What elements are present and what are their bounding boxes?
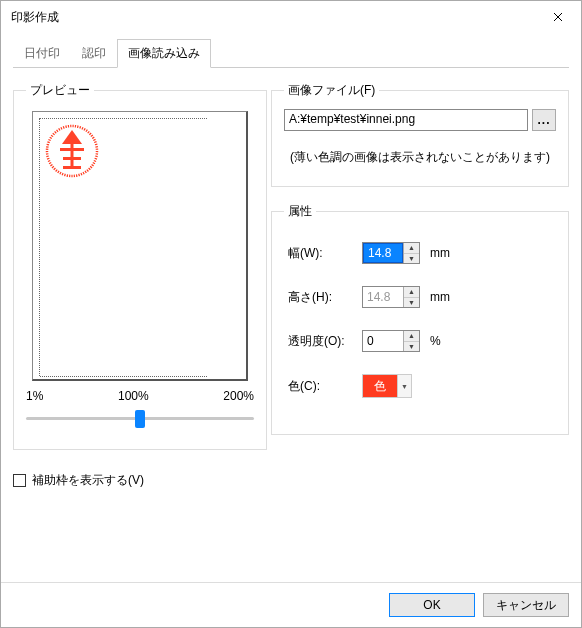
scale-max-label: 200% <box>223 389 254 403</box>
preview-legend: プレビュー <box>26 82 94 99</box>
opacity-unit: % <box>430 334 441 348</box>
chevron-up-icon: ▲ <box>404 243 419 254</box>
chevron-down-icon: ▼ <box>404 254 419 264</box>
chevron-up-icon: ▲ <box>404 331 419 342</box>
opacity-input[interactable]: 0 ▲▼ <box>362 330 420 352</box>
svg-rect-4 <box>71 151 74 169</box>
height-spinner: ▲▼ <box>403 287 419 307</box>
seal-preview-image <box>45 124 99 178</box>
opacity-label: 透明度(O): <box>284 333 362 350</box>
chevron-down-icon: ▼ <box>397 375 411 397</box>
image-path-input[interactable]: A:¥temp¥test¥innei.png <box>284 109 528 131</box>
preview-group: プレビュー <box>13 82 267 450</box>
window-title: 印影作成 <box>11 9 59 26</box>
scale-mid-label: 100% <box>118 389 149 403</box>
width-input[interactable]: 14.8 ▲▼ <box>362 242 420 264</box>
attributes-legend: 属性 <box>284 203 316 220</box>
svg-rect-6 <box>71 138 74 148</box>
tab-approval-stamp[interactable]: 認印 <box>71 39 117 68</box>
tab-image-load[interactable]: 画像読み込み <box>117 39 211 68</box>
chevron-down-icon: ▼ <box>404 342 419 352</box>
svg-rect-1 <box>60 148 84 151</box>
color-label: 色(C): <box>284 378 362 395</box>
scale-min-label: 1% <box>26 389 43 403</box>
height-unit: mm <box>430 290 450 304</box>
cancel-button[interactable]: キャンセル <box>483 593 569 617</box>
ok-button[interactable]: OK <box>389 593 475 617</box>
close-button[interactable] <box>535 1 581 33</box>
color-picker[interactable]: 色 ▼ <box>362 374 412 398</box>
color-swatch: 色 <box>363 375 397 397</box>
image-hint: (薄い色調の画像は表示されないことがあります) <box>284 149 556 166</box>
width-spinner[interactable]: ▲▼ <box>403 243 419 263</box>
opacity-spinner[interactable]: ▲▼ <box>403 331 419 351</box>
height-label: 高さ(H): <box>284 289 362 306</box>
aux-frame-label: 補助枠を表示する(V) <box>32 472 144 489</box>
chevron-down-icon: ▼ <box>404 298 419 308</box>
browse-button[interactable]: ... <box>532 109 556 131</box>
image-file-legend: 画像ファイル(F) <box>284 82 379 99</box>
tab-date-stamp[interactable]: 日付印 <box>13 39 71 68</box>
attributes-group: 属性 幅(W): 14.8 ▲▼ mm 高さ(H): 14.8 ▲▼ <box>271 203 569 435</box>
zoom-slider[interactable] <box>26 407 254 435</box>
width-label: 幅(W): <box>284 245 362 262</box>
chevron-up-icon: ▲ <box>404 287 419 298</box>
aux-frame-checkbox[interactable] <box>13 474 26 487</box>
width-unit: mm <box>430 246 450 260</box>
height-input: 14.8 ▲▼ <box>362 286 420 308</box>
close-icon <box>553 12 563 22</box>
slider-thumb-icon <box>135 410 145 428</box>
image-file-group: 画像ファイル(F) A:¥temp¥test¥innei.png ... (薄い… <box>271 82 569 187</box>
preview-canvas <box>32 111 248 381</box>
